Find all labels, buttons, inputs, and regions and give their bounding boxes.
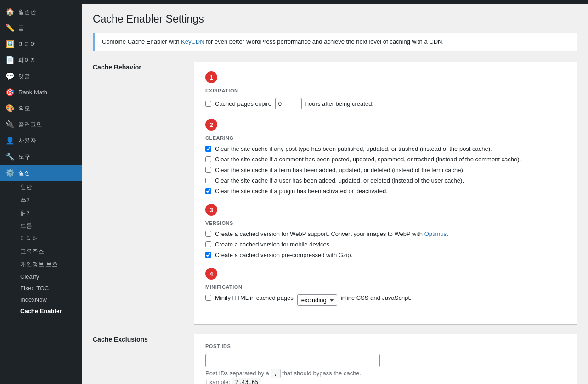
versions-label: VERSIONS	[205, 220, 565, 226]
post-ids-input[interactable]	[205, 354, 380, 367]
minification-block: 4 MINIFICATION Minify HTML in cached pag…	[205, 268, 565, 306]
clearing-checkbox-2[interactable]	[205, 167, 211, 173]
expiration-row: Cached pages expire hours after being cr…	[205, 98, 565, 109]
cache-behavior-heading: Cache Behavior	[93, 63, 194, 71]
clearing-checkbox-1[interactable]	[205, 156, 211, 162]
clearing-checkbox-3[interactable]	[205, 178, 211, 183]
submenu-general[interactable]: 일반	[0, 181, 82, 194]
minify-label-after: inline CSS and JavaScript.	[341, 294, 412, 301]
minify-checkbox[interactable]	[205, 295, 211, 301]
submenu-media[interactable]: 미디어	[0, 232, 82, 245]
submenu-reading[interactable]: 읽기	[0, 206, 82, 219]
badge-2: 2	[205, 119, 217, 131]
submenu-fixedtoc[interactable]: Fixed TOC	[0, 282, 82, 294]
cache-exclusions-section: Cache Exclusions POST IDS Post IDs separ…	[93, 334, 577, 384]
media-icon: 🖼️	[6, 40, 15, 48]
cache-exclusions-heading: Cache Exclusions	[93, 336, 194, 343]
versions-checkbox-1[interactable]	[205, 241, 211, 247]
versions-item-1: Create a cached version for mobile devic…	[205, 241, 565, 248]
expiration-checkbox[interactable]	[205, 101, 211, 107]
sidebar: 🏠 알림판 ✏️ 글 🖼️ 미디어 📄 페이지 💬 댓글 🎯 Rank Math…	[0, 0, 82, 384]
minify-row: Minify HTML in cached pages excluding in…	[205, 294, 565, 306]
sidebar-item-appearance[interactable]: 🎨 외모	[0, 100, 82, 116]
comments-icon: 💬	[6, 72, 15, 80]
sidebar-item-plugins[interactable]: 🔌 플러그인	[0, 116, 82, 132]
sidebar-item-users[interactable]: 👤 사용자	[0, 132, 82, 149]
plugins-icon: 🔌	[6, 120, 15, 129]
clearing-checkbox-0[interactable]	[205, 146, 211, 152]
badge-1: 1	[205, 71, 217, 83]
optimus-link[interactable]: Optimus	[424, 230, 447, 237]
badge-3: 3	[205, 204, 217, 216]
clearing-label: CLEARING	[205, 135, 565, 141]
expiration-block: 1 EXPIRATION Cached pages expire hours a…	[205, 71, 565, 109]
posts-icon: ✏️	[6, 23, 15, 32]
submenu-discussion[interactable]: 토론	[0, 219, 82, 232]
clearing-block: 2 CLEARING Clear the site cache if any p…	[205, 119, 565, 195]
expiration-field-label: Cached pages expire	[215, 100, 271, 107]
badge-4: 4	[205, 268, 217, 280]
banner-text-after: for even better WordPress performance an…	[204, 38, 444, 45]
clearing-item-2: Clear the site cache if a term has been …	[205, 166, 565, 173]
settings-icon: ⚙️	[6, 168, 15, 177]
clearing-item-4: Clear the site cache if a plugin has bee…	[205, 188, 565, 195]
keyCDN-link[interactable]: KeyCDN	[181, 38, 204, 45]
clearing-item-0: Clear the site cache if any post type ha…	[205, 145, 565, 152]
info-banner: Combine Cache Enabler with KeyCDN for ev…	[93, 33, 577, 51]
sidebar-item-dashboard[interactable]: 🏠 알림판	[0, 4, 82, 20]
main-content: Cache Enabler Settings Combine Cache Ena…	[82, 0, 588, 384]
settings-submenu: 일반 쓰기 읽기 토론 미디어 고유주소 개인정보 보호 Clearfy Fix…	[0, 181, 82, 317]
users-icon: 👤	[6, 136, 15, 145]
banner-text-before: Combine Cache Enabler with	[102, 38, 181, 45]
submenu-permalink[interactable]: 고유주소	[0, 245, 82, 258]
expiration-input[interactable]	[275, 98, 302, 109]
versions-item-0: Create a cached version for WebP support…	[205, 230, 565, 237]
minify-select[interactable]: excluding including	[297, 294, 337, 306]
post-ids-hint: Post IDs separated by a , that should by…	[205, 370, 565, 377]
cache-behavior-section: Cache Behavior 1 EXPIRATION Cached pages…	[93, 62, 577, 325]
sidebar-item-settings[interactable]: ⚙️ 설정	[0, 165, 82, 181]
rankmath-icon: 🎯	[6, 88, 15, 97]
versions-checkbox-2[interactable]	[205, 252, 211, 258]
sidebar-item-tools[interactable]: 🔧 도구	[0, 149, 82, 165]
tools-icon: 🔧	[6, 152, 15, 161]
dashboard-icon: 🏠	[6, 7, 15, 16]
submenu-writing[interactable]: 쓰기	[0, 194, 82, 206]
appearance-icon: 🎨	[6, 104, 15, 113]
expiration-label: EXPIRATION	[205, 88, 565, 93]
post-ids-label: POST IDS	[205, 344, 565, 349]
minify-label-before: Minify HTML in cached pages	[215, 294, 294, 301]
versions-item-2: Create a cached version pre-compressed w…	[205, 252, 565, 258]
submenu-clearfy[interactable]: Clearfy	[0, 271, 82, 282]
sidebar-item-posts[interactable]: ✏️ 글	[0, 20, 82, 36]
submenu-cacheenabler[interactable]: Cache Enabler	[0, 305, 82, 317]
minification-label: MINIFICATION	[205, 284, 565, 290]
sidebar-item-comments[interactable]: 💬 댓글	[0, 68, 82, 84]
versions-checkbox-0[interactable]	[205, 231, 211, 237]
sidebar-item-media[interactable]: 🖼️ 미디어	[0, 36, 82, 52]
post-ids-example: Example: 2,43,65	[205, 378, 565, 384]
sidebar-item-rankmath[interactable]: 🎯 Rank Math	[0, 84, 82, 100]
sidebar-item-pages[interactable]: 📄 페이지	[0, 52, 82, 68]
page-title: Cache Enabler Settings	[93, 13, 577, 25]
versions-block: 3 VERSIONS Create a cached version for W…	[205, 204, 565, 258]
submenu-indexnow[interactable]: IndexNow	[0, 294, 82, 305]
expiration-suffix: hours after being created.	[305, 100, 373, 107]
pages-icon: 📄	[6, 56, 15, 64]
clearing-item-1: Clear the site cache if a comment has be…	[205, 156, 565, 163]
submenu-privacy[interactable]: 개인정보 보호	[0, 258, 82, 271]
clearing-item-3: Clear the site cache if a user has been …	[205, 177, 565, 184]
clearing-checkbox-4[interactable]	[205, 188, 211, 194]
